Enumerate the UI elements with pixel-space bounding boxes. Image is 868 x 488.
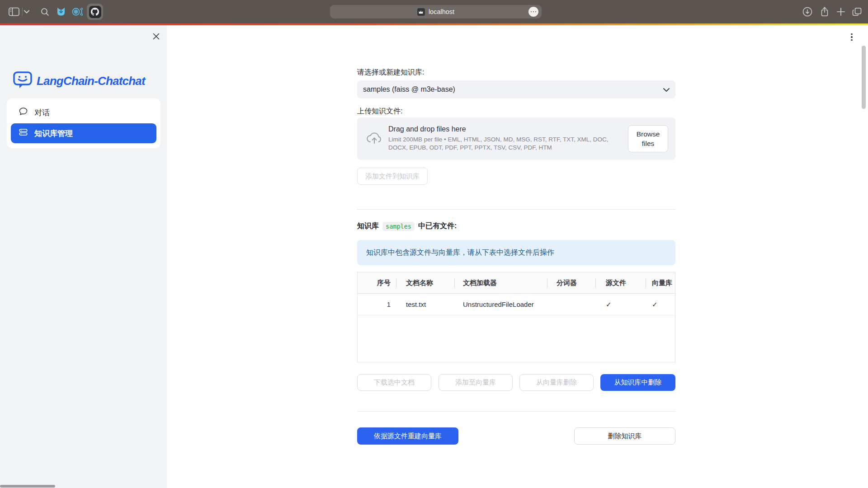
cell-doc-name: test.txt	[396, 294, 454, 315]
file-dropzone[interactable]: Drag and drop files here Limit 200MB per…	[357, 117, 675, 160]
search-icon[interactable]	[39, 6, 51, 18]
extension-github-icon[interactable]	[87, 4, 103, 20]
dropzone-limit: Limit 200MB per file • EML, HTML, JSON, …	[388, 136, 620, 152]
col-header-index: 序号	[358, 272, 396, 293]
chevron-down-icon	[663, 85, 670, 94]
streamlit-menu-icon[interactable]	[847, 31, 856, 43]
kb-action-buttons: 依据源文件重建向量库 删除知识库	[357, 427, 675, 445]
kb-name-code: samples	[382, 222, 415, 231]
col-header-vector-store: 向量库	[646, 272, 675, 293]
sidebar-nav: 对话 知识库管理	[7, 99, 160, 148]
delete-from-kb-button[interactable]: 从知识库中删除	[600, 374, 675, 391]
kb-select-label: 请选择或新建知识库:	[357, 68, 424, 77]
dropzone-title: Drag and drop files here	[388, 125, 620, 133]
heading-prefix: 知识库	[357, 221, 379, 231]
address-more-icon[interactable]	[528, 7, 538, 17]
sidebar-item-label: 知识库管理	[34, 128, 73, 139]
chat-bubble-icon	[19, 107, 28, 118]
divider	[357, 209, 675, 210]
sidebar-close-icon[interactable]	[150, 30, 162, 42]
kb-select[interactable]: samples (faiss @ m3e-base)	[357, 80, 675, 99]
horizontal-scrollbar[interactable]	[0, 485, 55, 488]
tab-overview-icon[interactable]	[851, 6, 863, 18]
cell-splitter	[547, 294, 595, 315]
delete-kb-button[interactable]: 删除知识库	[574, 427, 675, 445]
address-bar[interactable]: localhost	[330, 5, 542, 19]
sidebar-chevron-icon[interactable]	[23, 6, 31, 18]
add-files-to-kb-button[interactable]: 添加文件到知识库	[357, 168, 428, 185]
info-banner: 知识库中包含源文件与向量库，请从下表中选择文件后操作	[357, 240, 675, 265]
kb-files-heading: 知识库 samples 中已有文件:	[357, 221, 457, 231]
kb-select-value: samples (faiss @ m3e-base)	[363, 85, 663, 94]
app-logo: LangChain-Chatchat	[13, 70, 145, 91]
address-url: localhost	[429, 8, 454, 15]
add-to-vector-store-button[interactable]: 添加至向量库	[439, 374, 513, 391]
site-favicon	[417, 8, 425, 16]
browse-files-button[interactable]: Browse files	[628, 125, 668, 152]
cell-index: 1	[358, 294, 396, 315]
share-icon[interactable]	[819, 6, 830, 18]
extension-cat-icon[interactable]	[55, 6, 67, 18]
logo-chat-bubble-icon	[13, 70, 33, 91]
cell-vector-check: ✓	[646, 294, 675, 315]
upload-label: 上传知识文件:	[357, 107, 402, 116]
main-content: 请选择或新建知识库: samples (faiss @ m3e-base) 上传…	[167, 25, 868, 488]
sidebar-item-label: 对话	[34, 108, 50, 118]
col-header-loader: 文档加载器	[454, 272, 547, 293]
files-table: 序号 文档名称 文档加载器 分词器 源文件 向量库 1 test.txt Uns…	[357, 272, 675, 362]
downloads-icon[interactable]	[802, 6, 813, 18]
cell-loader: UnstructuredFileLoader	[454, 294, 547, 315]
rebuild-vector-store-button[interactable]: 依据源文件重建向量库	[357, 427, 458, 445]
table-header: 序号 文档名称 文档加载器 分词器 源文件 向量库	[358, 272, 675, 294]
browser-toolbar: localhost	[0, 0, 868, 23]
sidebar-item-knowledge-base[interactable]: 知识库管理	[11, 123, 156, 143]
vertical-scrollbar[interactable]	[862, 46, 866, 109]
delete-from-vector-store-button[interactable]: 从向量库删除	[519, 374, 594, 391]
sidebar-item-dialogue[interactable]: 对话	[11, 103, 156, 122]
dropzone-texts: Drag and drop files here Limit 200MB per…	[388, 125, 620, 152]
divider	[357, 411, 675, 412]
row-action-buttons: 下载选中文档 添加至向量库 从向量库删除 从知识库中删除	[357, 374, 675, 391]
col-header-splitter: 分词器	[547, 272, 595, 293]
col-header-doc-name: 文档名称	[396, 272, 454, 293]
extension-circles-icon[interactable]	[71, 6, 83, 18]
app-page: LangChain-Chatchat 对话	[0, 25, 868, 488]
sidebar-toggle-icon[interactable]	[8, 6, 20, 18]
logo-text: LangChain-Chatchat	[37, 74, 145, 88]
sidebar: LangChain-Chatchat 对话	[0, 25, 167, 488]
table-row[interactable]: 1 test.txt UnstructuredFileLoader ✓ ✓	[358, 294, 675, 315]
new-tab-icon[interactable]	[835, 6, 847, 18]
cell-source-check: ✓	[595, 294, 646, 315]
cloud-upload-icon	[366, 130, 383, 147]
heading-suffix: 中已有文件:	[418, 221, 457, 231]
col-header-source-file: 源文件	[595, 272, 646, 293]
download-selected-button[interactable]: 下载选中文档	[357, 374, 431, 391]
screen: localhost	[0, 0, 868, 488]
database-stack-icon	[19, 127, 28, 139]
